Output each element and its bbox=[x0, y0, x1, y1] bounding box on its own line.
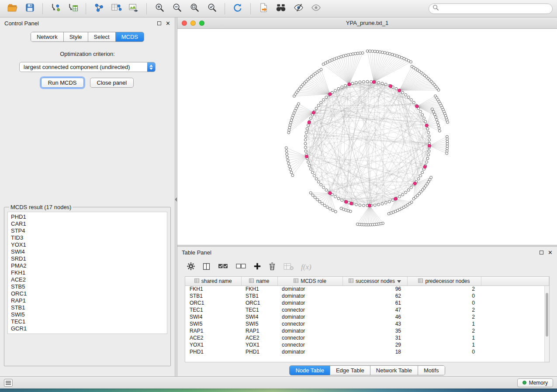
table-cell[interactable]: connector bbox=[277, 306, 343, 313]
table-cell[interactable]: connector bbox=[277, 334, 343, 341]
table-cell[interactable]: 1 bbox=[407, 341, 481, 348]
table-scrollbar[interactable] bbox=[544, 286, 549, 362]
mcds-result-item[interactable]: PMA2 bbox=[9, 262, 166, 269]
table-cell[interactable]: FKH1 bbox=[241, 285, 277, 292]
mcds-result-item[interactable]: STB1 bbox=[9, 304, 166, 311]
open-session-button[interactable] bbox=[4, 2, 20, 15]
column-header-predecessor-nodes[interactable]: predecessor nodes bbox=[407, 277, 481, 285]
maximize-window-icon[interactable] bbox=[199, 21, 204, 26]
search-network-button[interactable] bbox=[273, 2, 289, 15]
mcds-result-item[interactable]: ACE2 bbox=[9, 276, 166, 283]
zoom-fit-button[interactable] bbox=[187, 2, 202, 15]
table-cell[interactable]: 31 bbox=[343, 334, 407, 341]
network-from-table-button[interactable] bbox=[108, 2, 124, 15]
tab-node-table[interactable]: Node Table bbox=[290, 366, 330, 375]
table-cell[interactable]: ORC1 bbox=[185, 299, 241, 306]
table-cell[interactable]: 35 bbox=[343, 327, 407, 334]
table-cell[interactable]: 29 bbox=[343, 341, 407, 348]
mcds-result-item[interactable]: GCR1 bbox=[9, 325, 166, 332]
table-cell[interactable]: dominator bbox=[277, 285, 343, 292]
table-cell[interactable]: dominator bbox=[277, 313, 343, 320]
show-columns-button[interactable] bbox=[202, 262, 211, 272]
close-window-icon[interactable] bbox=[182, 21, 187, 26]
scrollbar-thumb[interactable] bbox=[546, 293, 548, 337]
export-network-button[interactable] bbox=[256, 2, 271, 15]
mcds-result-item[interactable]: SWI5 bbox=[9, 311, 166, 318]
table-cell[interactable]: TEC1 bbox=[241, 306, 277, 313]
mcds-result-item[interactable]: CAR1 bbox=[9, 220, 166, 227]
table-cell[interactable]: ACE2 bbox=[185, 334, 241, 341]
tab-network-table[interactable]: Network Table bbox=[370, 366, 418, 375]
close-panel-button[interactable]: Close panel bbox=[90, 78, 134, 88]
table-cell[interactable]: connector bbox=[277, 341, 343, 348]
mcds-result-item[interactable]: TID3 bbox=[9, 234, 166, 241]
table-cell[interactable]: 0 bbox=[407, 292, 481, 299]
table-cell[interactable]: ACE2 bbox=[241, 334, 277, 341]
mcds-result-item[interactable]: PHD1 bbox=[9, 213, 166, 220]
show-hide-button[interactable] bbox=[291, 2, 306, 15]
table-cell[interactable]: STB1 bbox=[185, 292, 241, 299]
table-cell[interactable]: SWI5 bbox=[185, 320, 241, 327]
table-cell[interactable]: 61 bbox=[343, 299, 407, 306]
task-history-button[interactable] bbox=[4, 379, 13, 387]
preview-button[interactable] bbox=[308, 2, 324, 15]
table-cell[interactable]: dominator bbox=[277, 299, 343, 306]
search-box[interactable] bbox=[429, 3, 553, 14]
table-cell[interactable]: 43 bbox=[343, 320, 407, 327]
add-column-button[interactable] bbox=[253, 262, 261, 272]
table-cell[interactable]: 2 bbox=[407, 313, 481, 320]
mcds-result-item[interactable]: RAP1 bbox=[9, 297, 166, 304]
float-panel-icon[interactable] bbox=[157, 21, 161, 25]
import-network-button[interactable] bbox=[48, 2, 63, 15]
run-mcds-button[interactable]: Run MCDS bbox=[41, 78, 84, 88]
mcds-result-item[interactable]: TEC1 bbox=[9, 318, 166, 325]
table-cell[interactable]: 2 bbox=[407, 327, 481, 334]
table-cell[interactable]: PHD1 bbox=[241, 348, 277, 355]
column-header-mcds-role[interactable]: MCDS role bbox=[277, 277, 343, 285]
network-canvas[interactable] bbox=[177, 29, 557, 245]
table-cell[interactable]: RAP1 bbox=[241, 327, 277, 334]
tab-mcds[interactable]: MCDS bbox=[116, 32, 144, 41]
table-settings-button[interactable] bbox=[187, 262, 195, 272]
table-cell[interactable]: 62 bbox=[343, 292, 407, 299]
table-cell[interactable]: 0 bbox=[407, 299, 481, 306]
table-cell[interactable]: SWI4 bbox=[241, 313, 277, 320]
table-cell[interactable]: 1 bbox=[407, 320, 481, 327]
table-cell[interactable]: SWI5 bbox=[241, 320, 277, 327]
tab-select[interactable]: Select bbox=[88, 32, 116, 41]
table-cell[interactable]: 2 bbox=[407, 306, 481, 313]
table-cell[interactable]: ORC1 bbox=[241, 299, 277, 306]
mcds-result-item[interactable]: FKH1 bbox=[9, 269, 166, 276]
table-cell[interactable]: TEC1 bbox=[185, 306, 241, 313]
table-cell[interactable]: 1 bbox=[407, 334, 481, 341]
network-window-titlebar[interactable]: YPA_prune.txt_1 bbox=[177, 17, 557, 29]
close-panel-icon[interactable]: ✕ bbox=[548, 250, 553, 255]
table-cell[interactable]: 0 bbox=[407, 348, 481, 355]
criterion-select[interactable]: largest connected component (undirected) bbox=[19, 62, 156, 72]
refresh-layout-button[interactable] bbox=[230, 2, 246, 15]
mcds-result-item[interactable]: STP4 bbox=[9, 227, 166, 234]
mcds-result-item[interactable]: STB5 bbox=[9, 283, 166, 290]
table-cell[interactable]: YOX1 bbox=[241, 341, 277, 348]
table-cell[interactable]: RAP1 bbox=[185, 327, 241, 334]
float-panel-icon[interactable] bbox=[540, 251, 543, 254]
close-panel-icon[interactable]: ✕ bbox=[166, 21, 170, 26]
table-cell[interactable]: connector bbox=[277, 320, 343, 327]
import-table-button[interactable] bbox=[65, 2, 81, 15]
table-cell[interactable]: STB1 bbox=[241, 292, 277, 299]
mcds-result-item[interactable]: SRD1 bbox=[9, 255, 166, 262]
table-cell[interactable]: dominator bbox=[277, 292, 343, 299]
table-cell[interactable]: YOX1 bbox=[185, 341, 241, 348]
table-cell[interactable]: dominator bbox=[277, 348, 343, 355]
mcds-result-item[interactable]: YOX1 bbox=[9, 241, 166, 248]
table-cell[interactable]: 46 bbox=[343, 313, 407, 320]
table-cell[interactable]: FKH1 bbox=[185, 285, 241, 292]
tab-style[interactable]: Style bbox=[64, 32, 88, 41]
column-header-successor-nodes[interactable]: successor nodes bbox=[343, 277, 407, 285]
table-cell[interactable]: dominator bbox=[277, 327, 343, 334]
zoom-in-button[interactable] bbox=[152, 2, 167, 15]
table-cell[interactable]: 18 bbox=[343, 348, 407, 355]
column-header-name[interactable]: name bbox=[241, 277, 277, 285]
function-builder-button[interactable]: f(x) bbox=[301, 263, 311, 272]
zoom-out-button[interactable] bbox=[169, 2, 185, 15]
